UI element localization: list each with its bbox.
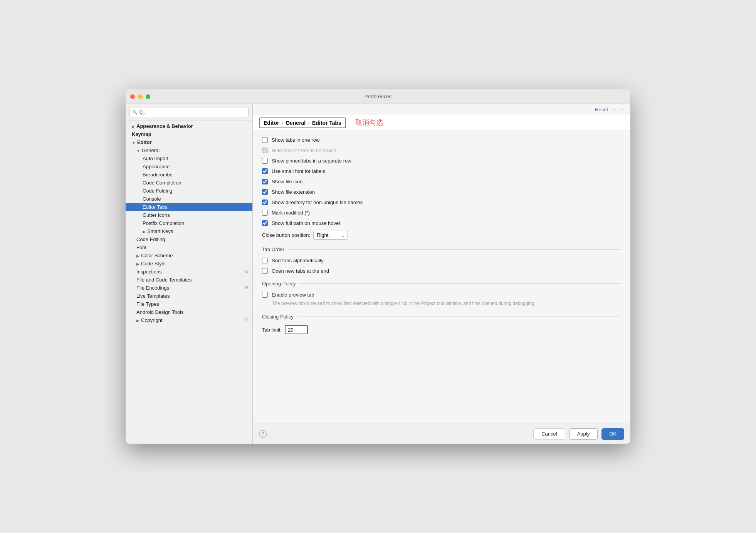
sidebar-item-editor[interactable]: ▼Editor xyxy=(126,138,252,146)
sidebar-item-color-scheme[interactable]: ▶Color Scheme xyxy=(126,251,252,260)
checkbox-row-show-file-extension: Show file extension xyxy=(262,189,621,195)
close-button-label: Close button position: xyxy=(262,232,310,238)
sidebar-item-code-style[interactable]: ▶Code Style xyxy=(126,260,252,268)
search-bar: 🔍 xyxy=(126,104,252,121)
sidebar-item-file-encodings[interactable]: File Encodings⊞ xyxy=(126,284,252,292)
breadcrumb-part2: General xyxy=(286,120,306,126)
cancel-button[interactable]: Cancel xyxy=(533,428,565,440)
label-show-directory[interactable]: Show directory for non-unique file names xyxy=(272,199,363,205)
ok-button[interactable]: OK xyxy=(601,428,624,440)
breadcrumb-sep1: › xyxy=(281,120,283,126)
sidebar-item-label: Editor Tabs xyxy=(143,204,168,210)
forward-arrow[interactable]: → xyxy=(619,106,624,112)
search-icon: 🔍 xyxy=(132,110,138,115)
label-show-pinned-separate[interactable]: Show pinned tabs in a separate row xyxy=(272,158,351,164)
checkbox-row-show-directory: Show directory for non-unique file names xyxy=(262,199,621,205)
checkbox-show-directory[interactable] xyxy=(262,199,268,205)
label-mark-modified[interactable]: Mark modified (*) xyxy=(272,210,310,216)
close-button[interactable] xyxy=(130,94,135,99)
sidebar-item-code-editing[interactable]: Code Editing xyxy=(126,235,252,243)
checkbox-sort-alpha[interactable] xyxy=(262,258,268,263)
checkbox-show-full-path[interactable] xyxy=(262,220,268,226)
back-arrow[interactable]: ← xyxy=(612,106,617,112)
sidebar-item-file-code-templates[interactable]: File and Code Templates xyxy=(126,276,252,284)
sidebar-item-keymap[interactable]: Keymap xyxy=(126,130,252,138)
sidebar: 🔍 ▶Appearance & BehaviorKeymap▼Editor▼Ge… xyxy=(126,104,253,444)
label-show-tabs-one-row[interactable]: Show tabs in one row xyxy=(272,137,319,143)
checkbox-hide-tabs-no-space[interactable] xyxy=(262,147,268,153)
badge-icon: ⊞ xyxy=(245,317,249,322)
sidebar-item-appearance[interactable]: Appearance xyxy=(126,163,252,171)
search-input[interactable] xyxy=(129,107,249,117)
sidebar-item-file-types[interactable]: File Types xyxy=(126,300,252,308)
tab-order-title: Tab Order xyxy=(262,246,284,252)
sidebar-item-label: Code Editing xyxy=(136,236,165,242)
checkbox-show-file-extension[interactable] xyxy=(262,189,268,195)
reset-button[interactable]: Reset xyxy=(595,107,608,112)
main-toolbar: Reset ← → xyxy=(253,104,630,115)
sidebar-item-font[interactable]: Font xyxy=(126,243,252,251)
label-show-full-path[interactable]: Show full path on mouse hover xyxy=(272,220,341,226)
sidebar-item-appearance-behavior[interactable]: ▶Appearance & Behavior xyxy=(126,122,252,130)
breadcrumb: Editor › General › Editor Tabs xyxy=(259,117,346,128)
arrow-icon: ▶ xyxy=(136,318,139,323)
settings-content: Show tabs in one row Hide tabs if there … xyxy=(253,131,630,424)
sidebar-item-copyright[interactable]: ▶Copyright⊞ xyxy=(126,316,252,324)
preferences-window: Preferences 🔍 ▶Appearance & BehaviorKeym… xyxy=(126,89,630,444)
sidebar-item-auto-import[interactable]: Auto Import xyxy=(126,154,252,163)
bottom-bar: ? Cancel Apply OK xyxy=(253,424,630,444)
breadcrumb-part3: Editor Tabs xyxy=(312,120,341,126)
sidebar-item-live-templates[interactable]: Live Templates xyxy=(126,292,252,300)
sidebar-item-label: Keymap xyxy=(132,131,151,137)
sidebar-tree: ▶Appearance & BehaviorKeymap▼Editor▼Gene… xyxy=(126,121,252,444)
sidebar-item-general[interactable]: ▼General xyxy=(126,146,252,154)
sidebar-item-inspections[interactable]: Inspections⊞ xyxy=(126,268,252,276)
sidebar-item-postfix-completion[interactable]: Postfix Completion xyxy=(126,219,252,227)
label-show-file-extension[interactable]: Show file extension xyxy=(272,189,315,195)
tab-order-section: Tab Order xyxy=(262,246,621,252)
breadcrumb-sep2: › xyxy=(308,120,310,126)
checkbox-small-font-labels[interactable] xyxy=(262,168,268,174)
checkbox-show-pinned-separate[interactable] xyxy=(262,158,268,164)
arrow-icon: ▼ xyxy=(136,149,140,153)
label-enable-preview[interactable]: Enable preview tab xyxy=(272,292,314,298)
sidebar-item-gutter-icons[interactable]: Gutter Icons xyxy=(126,211,252,219)
checkbox-row-hide-tabs-no-space: Hide tabs if there is no space xyxy=(262,147,621,153)
checkbox-row-small-font-labels: Use small font for labels xyxy=(262,168,621,174)
sidebar-item-console[interactable]: Console xyxy=(126,195,252,203)
sidebar-item-android-design-tools[interactable]: Android Design Tools xyxy=(126,308,252,316)
sidebar-item-label: Editor xyxy=(137,139,152,145)
label-sort-alpha[interactable]: Sort tabs alphabetically xyxy=(272,258,323,263)
apply-button[interactable]: Apply xyxy=(569,428,598,440)
help-button[interactable]: ? xyxy=(259,430,267,438)
maximize-button[interactable] xyxy=(146,94,150,99)
checkbox-mark-modified[interactable] xyxy=(262,210,268,216)
tab-limit-input[interactable] xyxy=(285,325,308,334)
sidebar-item-label: Android Design Tools xyxy=(136,309,184,315)
label-small-font-labels[interactable]: Use small font for labels xyxy=(272,168,325,174)
sidebar-item-code-completion[interactable]: Code Completion xyxy=(126,179,252,187)
sidebar-item-code-folding[interactable]: Code Folding xyxy=(126,187,252,195)
checkbox-open-end[interactable] xyxy=(262,268,268,274)
checkbox-show-file-icon[interactable] xyxy=(262,179,268,184)
close-button-position-row: Close button position: RightLeftNone ⌄ xyxy=(262,231,621,240)
sidebar-item-label: Font xyxy=(136,245,146,250)
minimize-button[interactable] xyxy=(138,94,143,99)
sidebar-item-breadcrumbs[interactable]: Breadcrumbs xyxy=(126,171,252,179)
checkbox-show-tabs-one-row[interactable] xyxy=(262,137,268,143)
tab-limit-label: Tab limit: xyxy=(262,327,282,333)
sidebar-item-smart-keys[interactable]: ▶Smart Keys xyxy=(126,227,252,235)
label-open-end[interactable]: Open new tabs at the end xyxy=(272,268,329,274)
checkbox-row-sort-alpha: Sort tabs alphabetically xyxy=(262,258,621,263)
close-button-select[interactable]: RightLeftNone xyxy=(313,231,348,240)
breadcrumb-part1: Editor xyxy=(264,120,279,126)
badge-icon: ⊞ xyxy=(245,285,249,290)
titlebar: Preferences xyxy=(126,89,630,104)
checkbox-row-show-pinned-separate: Show pinned tabs in a separate row xyxy=(262,158,621,164)
label-show-file-icon[interactable]: Show file icon xyxy=(272,179,302,184)
sidebar-item-label: File Encodings xyxy=(136,285,169,291)
checkbox-enable-preview[interactable] xyxy=(262,292,268,298)
tab-limit-row: Tab limit: xyxy=(262,325,621,334)
sidebar-item-label: File Types xyxy=(136,301,159,307)
sidebar-item-editor-tabs[interactable]: Editor Tabs xyxy=(126,203,252,211)
